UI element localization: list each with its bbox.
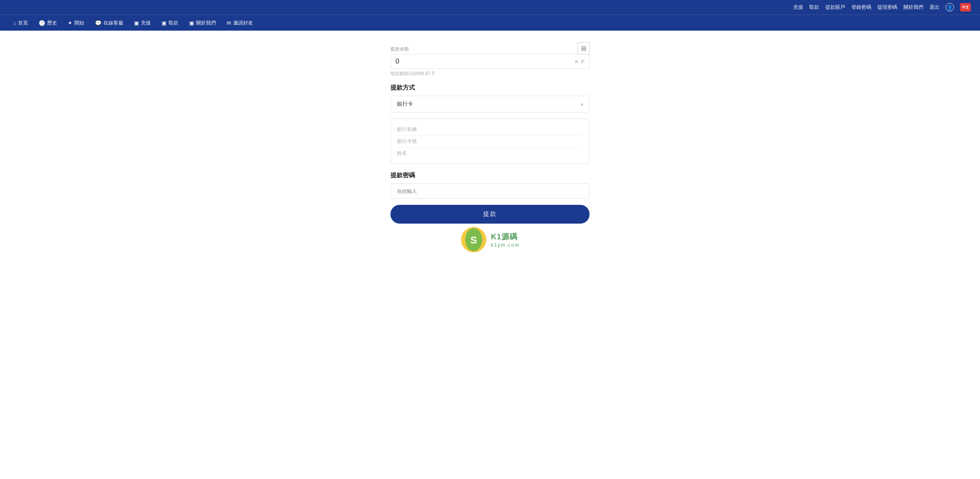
nav-invite[interactable]: ✉ 邀請好友 <box>221 15 258 31</box>
method-selector[interactable]: 銀行卡 › <box>390 96 590 113</box>
amount-icons: ✕ P <box>574 59 585 65</box>
amount-input-wrap[interactable]: 0 ✕ P <box>390 54 590 69</box>
bank-account-row: 銀行卡號 <box>397 136 583 147</box>
user-icon[interactable]: 👤 <box>946 3 954 11</box>
topbar-withdraw-pw-link[interactable]: 提現密碼 <box>877 4 897 11</box>
nav-invite-label: 邀請好友 <box>233 20 253 26</box>
nav-home-label: 首頁 <box>18 20 28 26</box>
topbar-account-link[interactable]: 提款賬戶 <box>825 4 845 11</box>
password-section-title: 提款密碼 <box>390 172 590 180</box>
nav-about[interactable]: ▣ 關於我們 <box>184 15 221 31</box>
nav-withdraw[interactable]: ▣ 取款 <box>156 15 184 31</box>
withdraw-icon: ▣ <box>162 20 167 26</box>
method-label: 銀行卡 <box>397 101 413 108</box>
amount-label: 提款全額 <box>390 46 590 52</box>
currency-symbol: P <box>581 59 585 65</box>
bank-name-row: 銀行名稱 <box>397 124 583 136</box>
nav-support[interactable]: 💬 在線客服 <box>90 15 129 31</box>
home-icon: ⌂ <box>13 20 16 26</box>
topbar-password-link[interactable]: 登錄密碼 <box>851 4 871 11</box>
back-button[interactable]: ⊟ <box>577 42 590 54</box>
about-icon: ▣ <box>189 20 194 26</box>
top-bar: 充值 取款 提款賬戶 登錄密碼 提現密碼 關於我們 退出 👤 中文 <box>0 0 980 15</box>
chevron-right-icon: › <box>581 101 583 107</box>
top-bar-right: 充值 取款 提款賬戶 登錄密碼 提現密碼 關於我們 退出 👤 中文 <box>793 3 971 11</box>
amount-value: 0 <box>395 57 399 65</box>
balance-hint: 取款餘額102888.87 P <box>390 70 590 77</box>
main-content: ⊟ 提款全額 0 ✕ P 取款餘額102888.87 P 提款方式 銀行卡 › … <box>0 31 980 479</box>
name-row: 姓名 <box>397 147 583 159</box>
password-input-wrap[interactable] <box>390 183 590 199</box>
invite-icon: ✉ <box>227 20 231 26</box>
nav-withdraw-label: 取款 <box>168 20 178 26</box>
history-icon: 🕐 <box>39 20 45 26</box>
deposit-icon: ▣ <box>134 20 139 26</box>
nav-bar: ⌂ 首頁 🕐 歷史 ✦ 開始 💬 在線客服 ▣ 充值 ▣ 取款 ▣ 關於我們 ✉… <box>0 15 980 31</box>
password-input[interactable] <box>397 188 583 194</box>
topbar-withdraw-link[interactable]: 取款 <box>809 4 819 11</box>
back-icon: ⊟ <box>581 45 586 52</box>
nav-deposit-label: 充值 <box>141 20 151 26</box>
topbar-deposit-link[interactable]: 充值 <box>793 4 803 11</box>
nav-about-label: 關於我們 <box>196 20 216 26</box>
nav-home[interactable]: ⌂ 首頁 <box>8 15 33 31</box>
nav-start[interactable]: ✦ 開始 <box>62 15 90 31</box>
support-icon: 💬 <box>95 20 101 26</box>
nav-history[interactable]: 🕐 歷史 <box>33 15 62 31</box>
form-container: ⊟ 提款全額 0 ✕ P 取款餘額102888.87 P 提款方式 銀行卡 › … <box>390 42 590 468</box>
submit-button[interactable]: 提款 <box>390 205 590 224</box>
topbar-logout-link[interactable]: 退出 <box>929 4 939 11</box>
bank-info: 銀行名稱 銀行卡號 姓名 <box>390 119 590 164</box>
nav-support-label: 在線客服 <box>103 20 123 26</box>
topbar-about-link[interactable]: 關於我們 <box>903 4 923 11</box>
nav-deposit[interactable]: ▣ 充值 <box>129 15 156 31</box>
lang-badge[interactable]: 中文 <box>960 3 971 11</box>
clear-icon[interactable]: ✕ <box>574 59 579 65</box>
nav-start-label: 開始 <box>74 20 84 26</box>
method-section-title: 提款方式 <box>390 84 590 92</box>
start-icon: ✦ <box>68 20 72 26</box>
nav-history-label: 歷史 <box>47 20 57 26</box>
